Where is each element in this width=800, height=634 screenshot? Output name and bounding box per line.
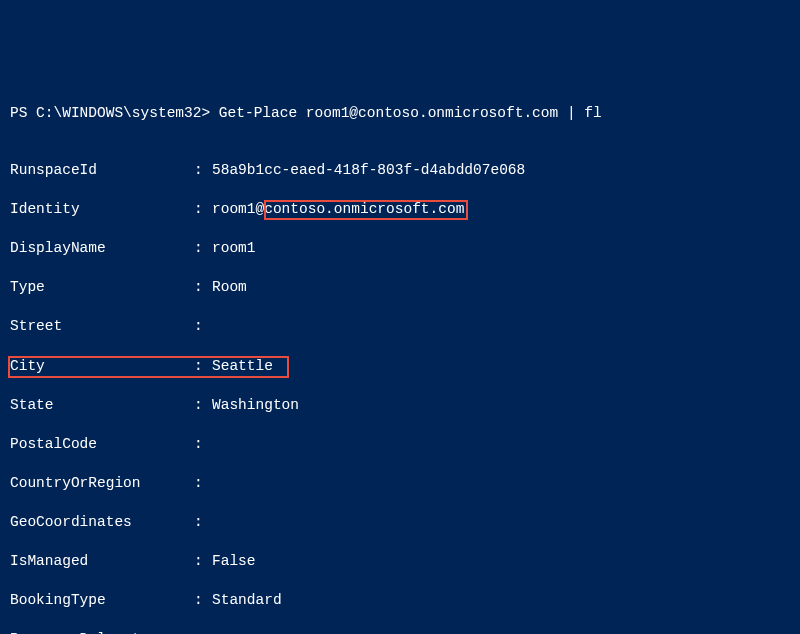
row-bookingtype: BookingType:Standard — [10, 591, 790, 611]
separator: : — [194, 591, 212, 611]
val-city: Seattle — [212, 357, 273, 377]
separator: : — [194, 435, 212, 455]
key-state: State — [10, 396, 194, 416]
val-runspaceid: 58a9b1cc-eaed-418f-803f-d4abdd07e068 — [212, 161, 525, 181]
val-displayname: room1 — [212, 239, 256, 259]
key-countryorregion: CountryOrRegion — [10, 474, 194, 494]
row-identity: Identity:room1@contoso.onmicrosoft.com — [10, 200, 790, 220]
separator: : — [194, 630, 212, 634]
val-type: Room — [212, 278, 247, 298]
key-identity: Identity — [10, 200, 194, 220]
separator: : — [194, 239, 212, 259]
val-state: Washington — [212, 396, 299, 416]
key-type: Type — [10, 278, 194, 298]
row-ismanaged: IsManaged:False — [10, 552, 790, 572]
separator: : — [194, 161, 212, 181]
row-countryorregion: CountryOrRegion: — [10, 474, 790, 494]
row-resourcedelegates: ResourceDelegates: — [10, 630, 790, 634]
row-state: State:Washington — [10, 396, 790, 416]
row-runspaceid: RunspaceId:58a9b1cc-eaed-418f-803f-d4abd… — [10, 161, 790, 181]
key-resourcedelegates: ResourceDelegates — [10, 630, 194, 634]
separator: : — [194, 396, 212, 416]
row-street: Street: — [10, 317, 790, 337]
separator: : — [194, 513, 212, 533]
key-bookingtype: BookingType — [10, 591, 194, 611]
separator: : — [194, 317, 212, 337]
key-postalcode: PostalCode — [10, 435, 194, 455]
val-ismanaged: False — [212, 552, 256, 572]
val-bookingtype: Standard — [212, 591, 282, 611]
row-geocoordinates: GeoCoordinates: — [10, 513, 790, 533]
separator: : — [194, 552, 212, 572]
key-runspaceid: RunspaceId — [10, 161, 194, 181]
separator: : — [194, 278, 212, 298]
row-city: City:Seattle — [10, 357, 790, 377]
key-street: Street — [10, 317, 194, 337]
row-displayname: DisplayName:room1 — [10, 239, 790, 259]
val-identity: room1@contoso.onmicrosoft.com — [212, 200, 464, 220]
row-postalcode: PostalCode: — [10, 435, 790, 455]
row-type: Type:Room — [10, 278, 790, 298]
key-city: City — [10, 357, 194, 377]
separator: : — [194, 357, 212, 377]
key-displayname: DisplayName — [10, 239, 194, 259]
separator: : — [194, 200, 212, 220]
terminal-output[interactable]: PS C:\WINDOWS\system32> Get-Place room1@… — [10, 84, 790, 634]
command-prompt-line: PS C:\WINDOWS\system32> Get-Place room1@… — [10, 104, 790, 124]
key-geocoordinates: GeoCoordinates — [10, 513, 194, 533]
key-ismanaged: IsManaged — [10, 552, 194, 572]
separator: : — [194, 474, 212, 494]
